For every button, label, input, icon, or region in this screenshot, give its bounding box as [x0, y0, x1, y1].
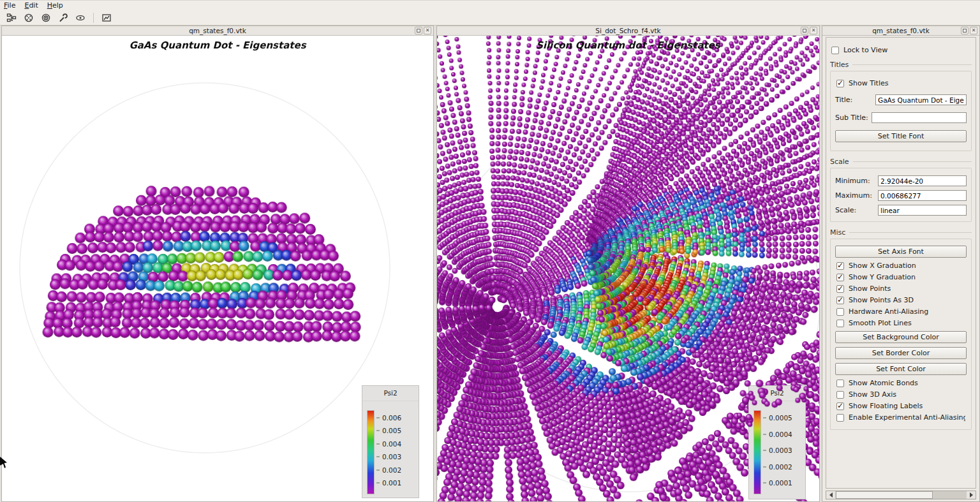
titles-group-box: Show Titles Title: Sub Title: Set Title … [830, 71, 972, 151]
gaas-colorbar-legend: Psi2 0.006 0.005 0.004 0.003 0.002 0.001 [362, 385, 419, 498]
colorbar [754, 410, 761, 494]
close-panel-icon[interactable]: ✕ [424, 27, 431, 34]
toolbar [0, 10, 980, 26]
gaas-panel-tab-title: qm_states_f0.vtk [2, 27, 433, 34]
checkbox-box [836, 391, 844, 399]
spiral-icon[interactable] [40, 11, 52, 24]
silicon-chart-title: Silicon Quantum dot - Eigenstates [437, 40, 819, 51]
subtitle-input[interactable] [872, 112, 967, 123]
misc-group-label: Misc [830, 228, 972, 237]
legend-tick-label: 0.003 [382, 453, 401, 461]
title-field-label: Title: [835, 96, 872, 104]
settings-panel-titlebar: qm_states_f0.vtk ✕ [822, 26, 979, 36]
scrollbar-track[interactable] [835, 491, 967, 499]
scale-group-label: Scale [830, 158, 972, 166]
show-titles-checkbox[interactable]: Show Titles [836, 79, 965, 87]
eye-icon[interactable] [74, 11, 87, 24]
checkbox-label: Enable Experimental Anti-Aliasing (unsaf [849, 413, 965, 422]
colorbar [367, 410, 375, 494]
settings-frame: Lock to View Titles Show Titles Title: S… [826, 37, 976, 489]
legend-tick [376, 443, 380, 445]
chart-icon[interactable] [100, 11, 113, 24]
silicon-viewport-area: Silicon Quantum dot - Eigenstates Psi2 0… [437, 36, 819, 501]
scrollbar-thumb[interactable] [836, 491, 933, 499]
legend-tick [763, 434, 766, 435]
scroll-left-icon[interactable] [826, 491, 835, 499]
show-points-checkbox[interactable]: Show Points [836, 284, 965, 293]
set-border-color-button[interactable]: Set Border Color [835, 347, 967, 359]
subtitle-field-label: Sub Title: [835, 114, 868, 122]
tree-view-icon[interactable] [5, 11, 18, 24]
app-window: { "menu": ["File", "Edit", "Help"], "too… [0, 0, 980, 502]
checkbox-label: Show X Graduation [849, 262, 916, 270]
checkbox-label: Show Titles [849, 79, 888, 87]
checkbox-label: Show Atomic Bonds [849, 379, 918, 387]
set-title-font-button[interactable]: Set Title Font [835, 130, 967, 142]
settings-horizontal-scrollbar[interactable] [826, 491, 976, 499]
close-panel-icon[interactable]: ✕ [970, 27, 977, 34]
set-font-color-button[interactable]: Set Font Color [835, 363, 967, 375]
show-y-graduation-checkbox[interactable]: Show Y Graduation [836, 273, 965, 281]
menu-bar: File Edit Help [0, 0, 980, 10]
toolbar-separator [93, 13, 94, 23]
close-panel-icon[interactable]: ✕ [810, 27, 817, 34]
detach-panel-icon[interactable] [801, 27, 808, 34]
checkbox-box [836, 414, 844, 422]
legend-tick [763, 482, 766, 484]
checkbox-label: Show 3D Axis [849, 390, 896, 399]
menu-help[interactable]: Help [47, 1, 63, 10]
gaas-panel: qm_states_f0.vtk ✕ GaAs Quantum Dot - Ei… [1, 26, 434, 502]
set-background-color-button[interactable]: Set Background Color [835, 331, 967, 343]
silicon-panel-titlebar: Si_dot_Schro_f4.vtk ✕ [437, 26, 819, 36]
titles-group-label: Titles [830, 61, 972, 69]
show-3d-axis-checkbox[interactable]: Show 3D Axis [836, 390, 965, 399]
gaas-viewport-area: GaAs Quantum Dot - Eigenstates Psi2 0.00… [2, 36, 433, 501]
show-atomic-bonds-checkbox[interactable]: Show Atomic Bonds [836, 379, 965, 387]
gaas-panel-titlebar: qm_states_f0.vtk ✕ [2, 26, 433, 36]
scale-input[interactable] [878, 205, 967, 216]
checkbox-box [836, 402, 844, 410]
legend-tick-label: 0.002 [382, 466, 401, 474]
maximum-input[interactable] [878, 190, 967, 201]
smooth-plot-lines-checkbox[interactable]: Smooth Plot Lines [836, 319, 965, 327]
settings-panel-tab-title: qm_states_f0.vtk [822, 27, 979, 34]
gaas-chart-title: GaAs Quantum Dot - Eigenstates [2, 40, 433, 51]
checkbox-box [836, 320, 844, 327]
checkbox-box [836, 262, 844, 270]
legend-tick-label: 0.0004 [769, 431, 792, 438]
checkbox-box [836, 285, 844, 293]
legend-tick [376, 469, 380, 471]
enable-experimental-anti-aliasing-checkbox[interactable]: Enable Experimental Anti-Aliasing (unsaf [836, 413, 965, 422]
checkbox-label: Show Points [849, 284, 891, 293]
molecule-icon[interactable] [22, 11, 35, 24]
legend-title: Psi2 [749, 386, 805, 401]
scale-group-box: Minimum: Maximum: Scale: [830, 168, 972, 222]
detach-panel-icon[interactable] [415, 27, 422, 34]
set-axis-font-button[interactable]: Set Axis Font [835, 246, 967, 258]
checkbox-label: Hardware Anti-Aliasing [849, 307, 928, 316]
legend-tick-label: 0.0002 [769, 463, 792, 471]
title-input[interactable] [875, 94, 967, 105]
legend-tick [763, 417, 766, 418]
show-floating-labels-checkbox[interactable]: Show Floating Labels [836, 402, 965, 410]
show-x-graduation-checkbox[interactable]: Show X Graduation [836, 262, 965, 270]
checkbox-label: Show Points As 3D [849, 296, 914, 304]
silicon-panel: Si_dot_Schro_f4.vtk ✕ Silicon Quantum do… [436, 26, 820, 502]
checkbox-box [836, 274, 844, 281]
legend-labels: 0.006 0.005 0.004 0.003 0.002 0.001 [376, 414, 416, 487]
menu-edit[interactable]: Edit [24, 1, 38, 10]
checkbox-box [836, 380, 844, 387]
minimum-input[interactable] [878, 175, 967, 186]
checkbox-label: Show Floating Labels [849, 402, 923, 410]
lock-to-view-checkbox[interactable]: Lock to View [831, 46, 970, 54]
scroll-right-icon[interactable] [967, 491, 976, 499]
legend-title: Psi2 [362, 386, 419, 401]
wrench-icon[interactable] [57, 11, 70, 24]
menu-file[interactable]: File [4, 1, 15, 10]
hardware-anti-aliasing-checkbox[interactable]: Hardware Anti-Aliasing [836, 307, 965, 316]
misc-group-box: Set Axis Font Show X Graduation Show Y G… [830, 239, 972, 430]
checkbox-box [836, 308, 844, 316]
legend-tick-label: 0.005 [382, 427, 401, 434]
detach-panel-icon[interactable] [961, 27, 969, 34]
show-points-as-3d-checkbox[interactable]: Show Points As 3D [836, 296, 965, 304]
